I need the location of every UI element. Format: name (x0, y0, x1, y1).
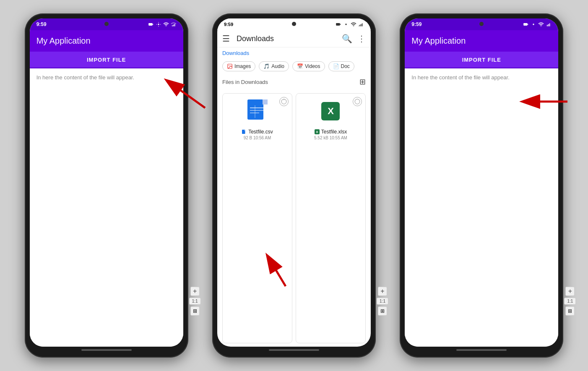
chip-images[interactable]: Images (222, 61, 255, 71)
phone-3-import-btn-label: IMPORT FILE (462, 57, 501, 63)
phone-3-side-controls: + 1:1 ⊞ (564, 287, 576, 316)
file-card-xlsx[interactable]: X X Testfile.xlsx 5.52 kB 10:55 AM (296, 93, 366, 343)
hamburger-menu-icon[interactable]: ☰ (222, 34, 230, 44)
phone-2-camera (292, 22, 296, 26)
phone-2-chips: Images 🎵 Audio 📅 Videos 📄 Doc (217, 59, 371, 74)
grid-toggle-icon[interactable]: ⊞ (359, 77, 366, 86)
phone-1-import-bar[interactable]: IMPORT FILE (30, 52, 183, 68)
phone-3-grid-btn[interactable]: ⊞ (565, 306, 575, 316)
phone-3-frame: 9:59 My Application IMPORT FILE (400, 13, 563, 358)
phone-2-breadcrumb[interactable]: Downloads (217, 47, 371, 59)
phone-3-arrow (521, 89, 572, 114)
battery-icon (148, 21, 154, 27)
svg-rect-30 (528, 24, 528, 25)
xlsx-file-name: X Testfile.xlsx (315, 129, 347, 135)
file-select-csv[interactable] (279, 97, 289, 106)
csv-small-icon (242, 129, 247, 134)
svg-rect-32 (549, 24, 550, 26)
xlsx-file-meta: 5.52 kB 10:55 AM (314, 136, 347, 140)
file-card-csv[interactable]: Testfile.csv 92 B 10:56 AM (222, 93, 292, 343)
images-chip-icon (227, 63, 233, 69)
phone-1-side-controls: + 1:1 ⊞ (189, 287, 201, 316)
file-select-xlsx[interactable] (353, 97, 362, 106)
battery-icon-3 (523, 21, 529, 27)
phone-2-side-controls: + 1:1 ⊞ (377, 287, 388, 316)
phone-1-wrapper: 9:59 My Application IMPORT FILE (25, 13, 188, 358)
svg-rect-20 (263, 99, 268, 105)
phone-1-import-btn-label: IMPORT FILE (87, 57, 126, 63)
svg-point-9 (345, 24, 347, 25)
wifi-icon-2 (351, 21, 356, 27)
phone-3-home-indicator (456, 349, 507, 351)
phone-1-screen: 9:59 My Application IMPORT FILE (30, 18, 183, 347)
phone-3-screen: 9:59 My Application IMPORT FILE (405, 18, 558, 347)
phone-2-time: 9:59 (224, 22, 233, 27)
csv-file-name: Testfile.csv (242, 129, 273, 135)
svg-rect-11 (361, 24, 362, 26)
xlsx-icon-box: X (321, 102, 340, 120)
csv-file-icon (247, 99, 268, 124)
chip-doc[interactable]: 📄 Doc (328, 61, 354, 71)
svg-rect-34 (547, 25, 548, 26)
settings-icon-2 (343, 21, 349, 27)
phone-1-home-indicator (81, 349, 132, 351)
svg-rect-33 (548, 24, 549, 26)
svg-rect-29 (523, 23, 527, 26)
svg-point-2 (158, 24, 159, 25)
svg-rect-7 (336, 23, 340, 26)
phone-3-time: 9:59 (411, 21, 421, 27)
svg-rect-10 (362, 24, 363, 26)
svg-rect-4 (173, 25, 174, 26)
settings-icon-3 (531, 21, 536, 27)
chip-audio-label: Audio (271, 63, 284, 69)
audio-chip-icon: 🎵 (263, 63, 270, 69)
phone-1-status-icons (148, 21, 177, 27)
phone-3-app-title: My Application (411, 36, 466, 45)
signal-icon (171, 21, 177, 27)
phone-1-plus-btn[interactable]: + (190, 287, 200, 296)
svg-rect-0 (148, 23, 152, 26)
doc-chip-icon: 📄 (333, 63, 339, 69)
phone-1-content-placeholder: In here the content of the file will app… (36, 74, 134, 81)
phone-1-time: 9:59 (36, 21, 47, 27)
phone-2-files-grid: Testfile.csv 92 B 10:56 AM (217, 90, 371, 347)
signal-icon-2 (358, 21, 364, 27)
chip-videos[interactable]: 📅 Videos (292, 61, 325, 71)
svg-rect-13 (358, 26, 359, 26)
phone-2-arrow (265, 257, 298, 290)
phone-3-import-bar[interactable]: IMPORT FILE (405, 52, 558, 68)
svg-marker-26 (245, 130, 246, 131)
chip-audio[interactable]: 🎵 Audio (259, 61, 289, 71)
phone-3-status-icons (523, 21, 552, 27)
svg-rect-12 (359, 25, 360, 26)
phone-1-grid-btn[interactable]: ⊞ (190, 306, 200, 316)
phone-3-wrapper: 9:59 My Application IMPORT FILE (400, 13, 563, 358)
phone-1-camera (104, 22, 109, 26)
phone-1-app-header: My Application (30, 30, 183, 52)
phone-3-scale: 1:1 (564, 298, 576, 305)
phone-2-toolbar-title: Downloads (237, 34, 337, 43)
more-options-icon[interactable]: ⋮ (357, 34, 366, 44)
phone-1-arrow (163, 78, 213, 112)
svg-point-15 (229, 65, 229, 66)
phone-3-plus-btn[interactable]: + (565, 287, 575, 296)
svg-rect-8 (340, 24, 341, 25)
search-icon[interactable]: 🔍 (342, 34, 352, 44)
phone-2-grid-btn[interactable]: ⊞ (378, 306, 387, 316)
xlsx-small-icon: X (315, 129, 320, 134)
phone-1-scale: 1:1 (189, 298, 201, 305)
phone-2-scale: 1:1 (377, 298, 388, 305)
phone-2-plus-btn[interactable]: + (378, 287, 387, 296)
wifi-icon-3 (538, 21, 544, 27)
phone-2-status-icons (336, 21, 364, 27)
phone-3-app-header: My Application (405, 30, 558, 52)
csv-file-meta: 92 B 10:56 AM (244, 136, 271, 140)
phone-1-content-area: In here the content of the file will app… (30, 68, 183, 347)
chip-doc-label: Doc (341, 63, 350, 69)
phone-2-section-title: Files in Downloads (222, 79, 268, 85)
phone-2-section-header: Files in Downloads ⊞ (217, 74, 371, 90)
chip-images-label: Images (234, 63, 251, 69)
signal-icon-3 (546, 21, 552, 27)
phone-2-wrapper: 9:59 ☰ Downloads 🔍 ⋮ Downloads (212, 13, 376, 358)
svg-rect-17 (247, 99, 263, 120)
